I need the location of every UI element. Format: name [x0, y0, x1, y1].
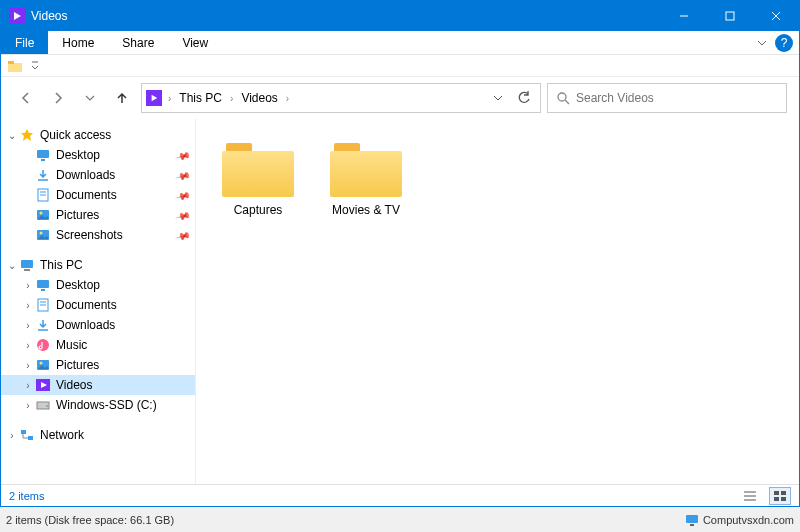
- videos-icon: [35, 377, 51, 393]
- menu-view[interactable]: View: [168, 31, 222, 54]
- explorer-window: Videos File Home Share View ?: [0, 0, 800, 507]
- maximize-button[interactable]: [707, 1, 753, 31]
- sidebar-pictures[interactable]: Pictures 📌: [1, 205, 195, 225]
- search-input[interactable]: [576, 91, 778, 105]
- qat-folder-icon[interactable]: [6, 57, 24, 75]
- breadcrumb-videos[interactable]: Videos: [237, 91, 281, 105]
- chevron-right-icon[interactable]: ›: [166, 93, 173, 104]
- sidebar-pc-drive[interactable]: › Windows-SSD (C:): [1, 395, 195, 415]
- chevron-right-icon[interactable]: ›: [21, 280, 35, 291]
- menu-home[interactable]: Home: [48, 31, 108, 54]
- sidebar-thispc[interactable]: ⌄ This PC: [1, 255, 195, 275]
- chevron-right-icon[interactable]: ›: [21, 340, 35, 351]
- chevron-right-icon[interactable]: ›: [21, 400, 35, 411]
- svg-rect-50: [690, 524, 694, 526]
- svg-rect-6: [8, 61, 14, 64]
- ribbon-toggle-button[interactable]: [751, 31, 773, 54]
- folder-content[interactable]: Captures Movies & TV: [196, 119, 799, 484]
- address-dropdown-button[interactable]: [486, 85, 510, 111]
- help-button[interactable]: ?: [775, 34, 793, 52]
- chevron-down-icon[interactable]: ⌄: [5, 260, 19, 271]
- close-button[interactable]: [753, 1, 799, 31]
- back-button[interactable]: [13, 85, 39, 111]
- minimize-button[interactable]: [661, 1, 707, 31]
- star-icon: [19, 127, 35, 143]
- address-folder-icon: [146, 90, 162, 106]
- sidebar-documents[interactable]: Documents 📌: [1, 185, 195, 205]
- documents-icon: [35, 297, 51, 313]
- svg-rect-26: [37, 280, 49, 288]
- pictures-icon: [35, 227, 51, 243]
- sidebar-downloads[interactable]: Downloads 📌: [1, 165, 195, 185]
- pc-icon: [19, 257, 35, 273]
- sidebar-network[interactable]: › Network: [1, 425, 195, 445]
- sidebar-pc-pictures[interactable]: › Pictures: [1, 355, 195, 375]
- svg-rect-47: [774, 497, 779, 501]
- sidebar-screenshots[interactable]: Screenshots 📌: [1, 225, 195, 245]
- svg-line-10: [565, 100, 569, 104]
- address-bar[interactable]: › This PC › Videos ›: [141, 83, 541, 113]
- svg-point-9: [558, 93, 566, 101]
- svg-rect-13: [41, 159, 45, 161]
- menubar: File Home Share View ?: [1, 31, 799, 55]
- qat-dropdown-icon[interactable]: [26, 57, 44, 75]
- svg-marker-11: [21, 129, 33, 141]
- documents-icon: [35, 187, 51, 203]
- folder-captures[interactable]: Captures: [208, 137, 308, 221]
- svg-rect-5: [8, 63, 22, 72]
- titlebar: Videos: [1, 1, 799, 31]
- drive-icon: [35, 397, 51, 413]
- pictures-icon: [35, 207, 51, 223]
- pictures-icon: [35, 357, 51, 373]
- sidebar: ⌄ Quick access Desktop 📌 Downloads 📌 Doc…: [1, 119, 196, 484]
- chevron-right-icon[interactable]: ›: [21, 320, 35, 331]
- breadcrumb-thispc[interactable]: This PC: [175, 91, 226, 105]
- svg-rect-40: [21, 430, 26, 434]
- status-bar: 2 items: [1, 484, 799, 506]
- chevron-right-icon[interactable]: ›: [5, 430, 19, 441]
- svg-point-39: [46, 405, 48, 407]
- sidebar-desktop[interactable]: Desktop 📌: [1, 145, 195, 165]
- footer-disk-info: 2 items (Disk free space: 66.1 GB): [6, 514, 174, 526]
- sidebar-pc-downloads[interactable]: › Downloads: [1, 315, 195, 335]
- folder-movies-tv[interactable]: Movies & TV: [316, 137, 416, 221]
- recent-locations-button[interactable]: [77, 85, 103, 111]
- chevron-right-icon[interactable]: ›: [21, 300, 35, 311]
- pin-icon: 📌: [175, 227, 191, 243]
- svg-rect-45: [774, 491, 779, 495]
- menu-share[interactable]: Share: [108, 31, 168, 54]
- sidebar-pc-desktop[interactable]: › Desktop: [1, 275, 195, 295]
- sidebar-pc-videos[interactable]: › Videos: [1, 375, 195, 395]
- status-item-count: 2 items: [9, 490, 44, 502]
- pin-icon: 📌: [175, 147, 191, 163]
- footer-bar: 2 items (Disk free space: 66.1 GB) Compu…: [0, 507, 800, 532]
- view-details-button[interactable]: [739, 487, 761, 505]
- window-title: Videos: [31, 9, 661, 23]
- search-icon: [556, 91, 570, 105]
- pin-icon: 📌: [175, 187, 191, 203]
- chevron-right-icon[interactable]: ›: [228, 93, 235, 104]
- sidebar-quick-access[interactable]: ⌄ Quick access: [1, 125, 195, 145]
- chevron-down-icon[interactable]: ⌄: [5, 130, 19, 141]
- up-button[interactable]: [109, 85, 135, 111]
- sidebar-pc-music[interactable]: › Music: [1, 335, 195, 355]
- svg-rect-46: [781, 491, 786, 495]
- view-icons-button[interactable]: [769, 487, 791, 505]
- search-box[interactable]: [547, 83, 787, 113]
- chevron-right-icon[interactable]: ›: [21, 380, 35, 391]
- chevron-right-icon[interactable]: ›: [21, 360, 35, 371]
- svg-point-19: [40, 212, 43, 215]
- sidebar-pc-documents[interactable]: › Documents: [1, 295, 195, 315]
- chevron-right-icon[interactable]: ›: [284, 93, 291, 104]
- menu-file[interactable]: File: [1, 31, 48, 54]
- forward-button[interactable]: [45, 85, 71, 111]
- svg-rect-2: [726, 12, 734, 20]
- svg-rect-24: [21, 260, 33, 268]
- navbar: › This PC › Videos ›: [1, 77, 799, 119]
- refresh-button[interactable]: [512, 85, 536, 111]
- videos-app-icon: [9, 8, 25, 24]
- svg-point-22: [40, 232, 43, 235]
- svg-marker-0: [14, 12, 21, 20]
- downloads-icon: [35, 167, 51, 183]
- svg-rect-48: [781, 497, 786, 501]
